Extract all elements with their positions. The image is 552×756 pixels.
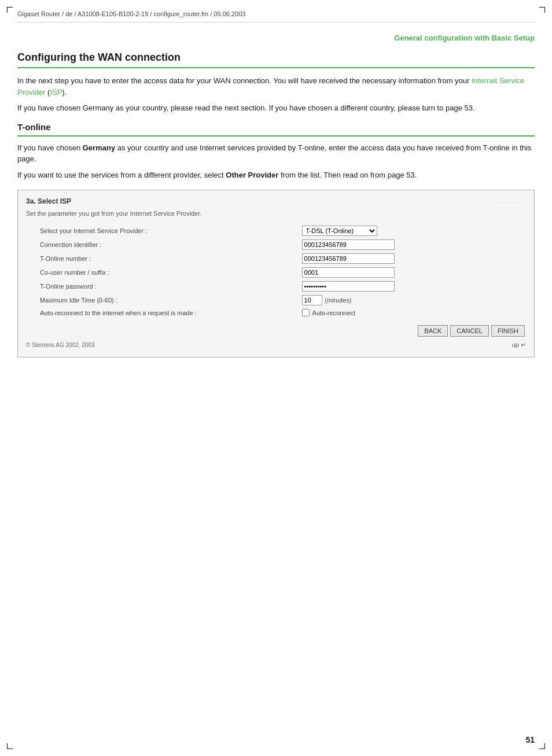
table-row: T-Online number :	[38, 252, 538, 265]
page-header: Gigaset Router / de / A31008-E105-B100-2…	[17, 10, 535, 17]
corner-bl	[7, 743, 13, 749]
autoreconnect-checkbox[interactable]	[302, 309, 310, 316]
page-heading: Configuring the WAN connection	[17, 51, 535, 64]
heading-underline	[17, 67, 535, 68]
table-row: T-Online password :	[38, 279, 538, 293]
table-row: Maximum Idle Time (0-60) : (minutes)	[38, 293, 538, 307]
isp-link[interactable]: Internet Service Provider	[17, 76, 524, 97]
field-label-idle: Maximum Idle Time (0-60) :	[38, 293, 300, 307]
field-input-couser[interactable]	[300, 265, 538, 279]
field-input-password[interactable]	[300, 279, 538, 293]
page-number: 51	[525, 735, 535, 744]
table-row: Select your Internet Service Provider : …	[38, 224, 538, 238]
idle-time-input[interactable]	[302, 295, 322, 305]
field-label-password: T-Online password :	[38, 279, 300, 293]
body-paragraph-1: In the next step you have to enter the a…	[17, 75, 535, 98]
table-row: Co-user number / suffix :	[38, 265, 538, 279]
couser-number-input[interactable]	[302, 267, 395, 278]
field-label-couser: Co-user number / suffix :	[38, 265, 300, 279]
sub-heading: T-online	[17, 122, 535, 132]
form-table: Select your Internet Service Provider : …	[38, 224, 538, 318]
section-title: General configuration with Basic Setup	[17, 34, 535, 42]
isp-abbr-link[interactable]: ISP	[50, 88, 62, 97]
body-paragraph-2: If you have chosen Germany as your count…	[17, 102, 535, 114]
tonline-password-input[interactable]	[302, 281, 395, 292]
back-button[interactable]: BACK	[418, 325, 448, 337]
autoreconnect-label: Auto-reconnect	[312, 309, 356, 316]
field-input-tonline-number[interactable]	[300, 252, 538, 265]
copyright-text: © Siemens AG 2002, 2003	[26, 342, 95, 348]
ui-box: · · · · · · · 3a. Select ISP Set the par…	[17, 190, 535, 357]
box-footer: © Siemens AG 2002, 2003 up ↵	[26, 341, 526, 349]
connection-identifier-input[interactable]	[302, 239, 395, 250]
dotted-indicator: · · · · · · ·	[495, 200, 524, 206]
field-label-tonline-number: T-Online number :	[38, 252, 300, 265]
cancel-button[interactable]: CANCEL	[450, 325, 489, 337]
table-row: Connection identifier :	[38, 238, 538, 252]
header-divider	[17, 22, 535, 23]
field-input-isp[interactable]: T-DSL (T-Online) Other Provider	[300, 224, 538, 238]
main-content: General configuration with Basic Setup C…	[17, 29, 535, 357]
sub-heading-underline	[17, 135, 535, 137]
corner-tl	[7, 7, 13, 13]
field-input-connection-id[interactable]	[300, 238, 538, 252]
corner-br	[539, 743, 545, 749]
isp-select[interactable]: T-DSL (T-Online) Other Provider	[302, 226, 377, 236]
tonline-number-input[interactable]	[302, 253, 395, 264]
header-path: Gigaset Router / de / A31008-E105-B100-2…	[17, 10, 245, 17]
field-input-autoreconnect[interactable]: Auto-reconnect	[300, 307, 538, 318]
field-label-connection-id: Connection identifier :	[38, 238, 300, 252]
field-label-isp: Select your Internet Service Provider :	[38, 224, 300, 238]
corner-tr	[539, 7, 545, 13]
field-input-idle[interactable]: (minutes)	[300, 293, 538, 307]
sub-paragraph-2: If you want to use the services from a d…	[17, 169, 535, 181]
field-label-autoreconnect: Auto-reconnect to the internet when a re…	[38, 307, 300, 318]
ui-box-title: 3a. Select ISP	[26, 197, 526, 205]
idle-unit-label: (minutes)	[325, 297, 352, 304]
table-row: Auto-reconnect to the internet when a re…	[38, 307, 538, 318]
ui-box-subtitle: Set the parameter you got from your Inte…	[26, 210, 526, 217]
up-icon[interactable]: up ↵	[512, 341, 526, 349]
button-row: BACK CANCEL FINISH	[26, 325, 526, 337]
finish-button[interactable]: FINISH	[491, 325, 525, 337]
sub-paragraph-1: If you have chosen Germany as your count…	[17, 142, 535, 165]
ui-box-inner: · · · · · · · 3a. Select ISP Set the par…	[26, 197, 526, 349]
